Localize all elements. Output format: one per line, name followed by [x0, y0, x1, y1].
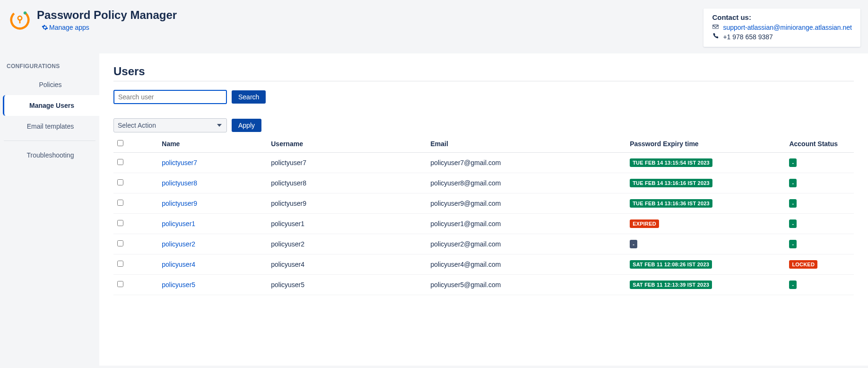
expiry-badge: TUE FEB 14 13:16:16 IST 2023	[630, 179, 712, 187]
user-email: policyuser2@gmail.com	[427, 234, 626, 254]
row-checkbox[interactable]	[117, 261, 123, 267]
contact-title: Contact us:	[712, 13, 852, 21]
user-username: policyuser2	[267, 234, 426, 254]
user-name-link[interactable]: polictyuser9	[148, 193, 267, 214]
user-email: policyuser5@gmail.com	[427, 275, 626, 295]
user-email: policyuser1@gmail.com	[427, 214, 626, 234]
table-row: polictyuser7polictyuser7policyuser7@gmai…	[113, 153, 854, 173]
expiry-cell: SAT FEB 11 12:08:26 IST 2023	[626, 254, 785, 275]
user-name-link[interactable]: policyuser2	[148, 234, 267, 254]
manage-apps-label: Manage apps	[49, 24, 89, 31]
contact-card: Contact us: support-atlassian@miniorange…	[703, 9, 860, 47]
contact-phone: +1 978 658 9387	[723, 33, 773, 41]
sidebar-item-email-templates[interactable]: Email templates	[0, 116, 99, 137]
user-email: policyuser9@gmail.com	[427, 193, 626, 214]
expiry-badge: TUE FEB 14 13:15:54 IST 2023	[630, 158, 712, 167]
sidebar-section-header: CONFIGURATIONS	[0, 56, 99, 74]
table-row: polictyuser9polictyuser9policyuser9@gmai…	[113, 193, 854, 214]
user-name-link[interactable]: policyuser4	[148, 254, 267, 275]
expiry-cell: -	[626, 234, 785, 254]
select-all-checkbox[interactable]	[117, 140, 123, 146]
mail-icon	[712, 23, 719, 32]
sidebar-item-troubleshooting[interactable]: Troubleshooting	[0, 145, 99, 166]
brand-logo-icon	[9, 9, 30, 30]
phone-icon	[712, 33, 719, 41]
user-name-link[interactable]: policyuser5	[148, 275, 267, 295]
expiry-badge: SAT FEB 11 12:08:26 IST 2023	[630, 260, 712, 269]
table-row: policyuser5policyuser5policyuser5@gmail.…	[113, 275, 854, 295]
user-name-link[interactable]: policyuser1	[148, 214, 267, 234]
svg-rect-3	[19, 19, 21, 23]
contact-email-link[interactable]: support-atlassian@miniorange.atlassian.n…	[723, 24, 852, 31]
table-row: policyuser2policyuser2policyuser2@gmail.…	[113, 234, 854, 254]
row-checkbox[interactable]	[117, 281, 123, 287]
expiry-cell: SAT FEB 11 12:13:39 IST 2023	[626, 275, 785, 295]
row-checkbox[interactable]	[117, 179, 123, 185]
users-table: Name Username Email Password Expiry time…	[113, 135, 854, 295]
sidebar-item-manage-users[interactable]: Manage Users	[3, 95, 99, 116]
status-badge: -	[789, 280, 797, 289]
search-input[interactable]	[113, 90, 227, 104]
user-email: policyuser4@gmail.com	[427, 254, 626, 275]
row-checkbox[interactable]	[117, 159, 123, 165]
status-badge: -	[789, 199, 797, 208]
th-name: Name	[148, 135, 267, 153]
expiry-cell: TUE FEB 14 13:16:16 IST 2023	[626, 173, 785, 193]
table-row: policyuser1policyuser1policyuser1@gmail.…	[113, 214, 854, 234]
expiry-badge: -	[630, 240, 637, 248]
status-cell: -	[785, 275, 854, 295]
svg-point-1	[24, 11, 26, 14]
user-email: policyuser8@gmail.com	[427, 173, 626, 193]
row-checkbox[interactable]	[117, 200, 123, 206]
user-email: policyuser7@gmail.com	[427, 153, 626, 173]
expiry-badge: SAT FEB 11 12:13:39 IST 2023	[630, 280, 712, 289]
row-checkbox[interactable]	[117, 220, 123, 226]
gear-icon	[42, 24, 48, 31]
user-username: policyuser1	[267, 214, 426, 234]
app-title: Password Policy Manager	[37, 9, 177, 22]
user-username: polictyuser9	[267, 193, 426, 214]
status-cell: -	[785, 153, 854, 173]
sidebar-separator	[4, 140, 95, 141]
main-content: Users Search Select Action Apply Name Us…	[99, 53, 868, 366]
th-username: Username	[267, 135, 426, 153]
expiry-badge: TUE FEB 14 13:16:36 IST 2023	[630, 199, 712, 208]
status-badge: -	[789, 240, 797, 248]
th-email: Email	[427, 135, 626, 153]
app-header: Password Policy Manager Manage apps Cont…	[0, 0, 868, 53]
status-badge: -	[789, 179, 797, 187]
status-badge: LOCKED	[789, 260, 817, 269]
status-cell: -	[785, 234, 854, 254]
user-username: polictyuser8	[267, 173, 426, 193]
expiry-cell: TUE FEB 14 13:16:36 IST 2023	[626, 193, 785, 214]
table-row: policyuser4policyuser4policyuser4@gmail.…	[113, 254, 854, 275]
search-button[interactable]: Search	[232, 90, 266, 104]
manage-apps-link[interactable]: Manage apps	[37, 24, 177, 31]
action-select[interactable]: Select Action	[113, 118, 227, 132]
status-cell: -	[785, 193, 854, 214]
user-name-link[interactable]: polictyuser7	[148, 153, 267, 173]
expiry-cell: TUE FEB 14 13:15:54 IST 2023	[626, 153, 785, 173]
status-cell: -	[785, 173, 854, 193]
table-row: polictyuser8polictyuser8policyuser8@gmai…	[113, 173, 854, 193]
row-checkbox[interactable]	[117, 240, 123, 246]
apply-button[interactable]: Apply	[232, 119, 261, 132]
user-name-link[interactable]: polictyuser8	[148, 173, 267, 193]
status-badge: -	[789, 219, 797, 228]
expiry-badge: EXPIRED	[630, 219, 659, 228]
sidebar-item-policies[interactable]: Policies	[0, 74, 99, 95]
th-expiry: Password Expiry time	[626, 135, 785, 153]
th-status: Account Status	[785, 135, 854, 153]
page-title: Users	[113, 65, 854, 81]
user-username: policyuser5	[267, 275, 426, 295]
status-badge: -	[789, 158, 797, 167]
user-username: policyuser4	[267, 254, 426, 275]
user-username: polictyuser7	[267, 153, 426, 173]
sidebar: CONFIGURATIONS PoliciesManage UsersEmail…	[0, 53, 99, 366]
expiry-cell: EXPIRED	[626, 214, 785, 234]
status-cell: -	[785, 214, 854, 234]
brand: Password Policy Manager Manage apps	[9, 9, 177, 31]
status-cell: LOCKED	[785, 254, 854, 275]
